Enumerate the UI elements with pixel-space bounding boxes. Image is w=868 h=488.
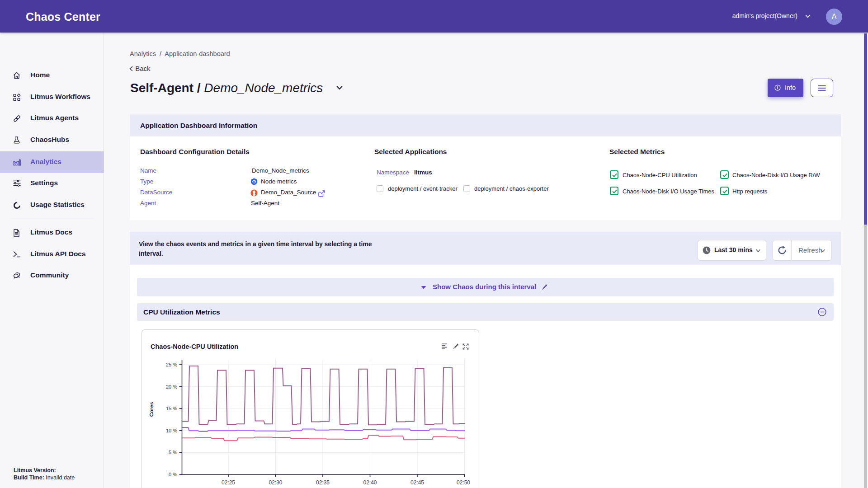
svg-text:02:40: 02:40 [363, 479, 377, 486]
svg-text:0 %: 0 % [169, 472, 177, 477]
svg-text:02:25: 02:25 [222, 479, 235, 486]
svg-text:15 %: 15 % [166, 406, 177, 411]
svg-text:25 %: 25 % [166, 362, 177, 367]
svg-text:02:35: 02:35 [316, 479, 330, 486]
svg-text:02:50: 02:50 [457, 479, 470, 486]
svg-text:20 %: 20 % [166, 384, 177, 389]
svg-text:02:30: 02:30 [269, 479, 282, 486]
svg-text:Cores: Cores [149, 402, 154, 417]
svg-text:5 %: 5 % [169, 450, 177, 455]
svg-text:10 %: 10 % [166, 428, 177, 433]
svg-text:02:45: 02:45 [410, 479, 424, 486]
